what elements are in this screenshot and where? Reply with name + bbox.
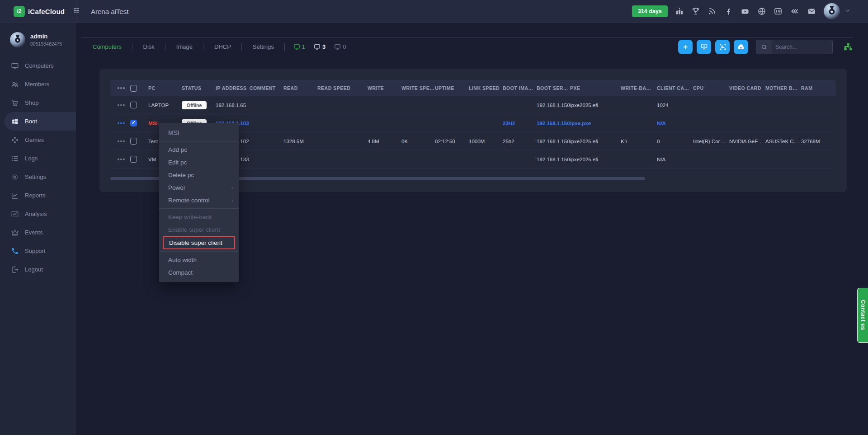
contact-us-button[interactable]: Contact us [857, 288, 868, 343]
col-ram[interactable]: RAM [801, 85, 836, 91]
youtube-icon[interactable] [740, 7, 750, 16]
col-write[interactable]: WRITE [368, 85, 401, 91]
col-motherboard[interactable]: MOTHER B… [765, 85, 801, 91]
pc-name[interactable]: LAPTOP [148, 103, 182, 108]
client-cache: N/A [657, 157, 693, 162]
row-checkbox[interactable] [130, 138, 137, 145]
menu-item-power[interactable]: Power› [159, 181, 239, 194]
license-days-badge: 314 days [632, 5, 668, 17]
hamburger-menu-icon[interactable] [72, 6, 80, 16]
sidebar-item-label: Reports [25, 192, 46, 199]
col-read[interactable]: READ [283, 85, 317, 91]
sidebar-item-logs[interactable]: Logs [0, 149, 76, 168]
col-pc[interactable]: PC [148, 85, 182, 91]
row-checkbox[interactable] [130, 102, 137, 108]
capture-image-button[interactable] [715, 40, 730, 54]
mail-icon[interactable] [807, 7, 816, 16]
sidebar-item-events[interactable]: Events [0, 223, 76, 242]
sitemap-icon[interactable] [843, 42, 853, 52]
link-speed: 1000M [469, 139, 503, 144]
chevron-down-icon[interactable] [844, 7, 851, 15]
pxe: ipxe.pxe [570, 121, 621, 126]
menu-item-auto-width[interactable]: Auto width [159, 253, 239, 266]
tab-computers[interactable]: Computers [82, 38, 132, 56]
members-icon [11, 80, 19, 89]
logout-icon [11, 266, 19, 274]
col-write-speed[interactable]: WRITE SPE… [401, 85, 435, 91]
col-write-back[interactable]: WRITE-BA… [621, 85, 657, 91]
tab-disk[interactable]: Disk [132, 38, 165, 56]
row-checkbox[interactable] [130, 156, 137, 163]
trophy-icon[interactable] [691, 7, 700, 16]
tab-dhcp[interactable]: DHCP [203, 38, 242, 56]
sidebar-item-reports[interactable]: Reports [0, 186, 76, 205]
sidebar-user[interactable]: admin 005193482475 [0, 23, 76, 54]
tab-image[interactable]: Image [165, 38, 203, 56]
plus-icon [682, 43, 689, 51]
row-menu-icon[interactable] [110, 159, 130, 160]
write-speed: 0K [401, 139, 435, 144]
ram: 32768M [801, 139, 836, 144]
pc-count-total[interactable]: 3 [313, 43, 326, 50]
col-link-speed[interactable]: LINK SPEED [469, 85, 503, 91]
menu-item-add-pc[interactable]: Add pc [159, 143, 239, 156]
icafecloud-mini-icon[interactable] [774, 7, 783, 16]
pc-count-other[interactable]: 0 [334, 43, 346, 50]
globe-icon[interactable] [757, 7, 766, 16]
col-client-cache[interactable]: CLIENT CA… [657, 85, 693, 91]
col-status[interactable]: STATUS [182, 85, 216, 91]
sidebar-item-logout[interactable]: Logout [0, 260, 76, 279]
menu-item-disable-super-client[interactable]: Disable super client [163, 236, 235, 249]
sidebar-item-games[interactable]: Games [0, 131, 76, 149]
write: 4.8M [368, 139, 401, 144]
layers-icon[interactable] [790, 7, 800, 16]
pc-count-online[interactable]: 1 [293, 43, 305, 50]
pxe: ipxe2025.efi [570, 103, 621, 108]
ranking-icon[interactable] [675, 7, 684, 16]
sidebar-item-settings[interactable]: Settings [0, 168, 76, 186]
col-cpu[interactable]: CPU [693, 85, 729, 91]
deploy-pc-button[interactable] [697, 40, 711, 54]
sidebar-item-label: Shop [25, 99, 38, 106]
user-avatar[interactable] [824, 3, 840, 19]
facebook-icon[interactable] [724, 7, 733, 16]
col-uptime[interactable]: UPTIME [435, 85, 469, 91]
row-menu-icon[interactable] [110, 104, 130, 106]
row-menu-icon[interactable] [110, 140, 130, 142]
client-cache: 1024 [657, 103, 693, 108]
menu-divider [159, 208, 239, 209]
select-all-checkbox[interactable] [130, 85, 137, 92]
menu-item-remote-control[interactable]: Remote control› [159, 194, 239, 206]
tab-settings[interactable]: Settings [242, 38, 285, 56]
sidebar-item-analysis[interactable]: Analysis [0, 205, 76, 223]
rss-icon[interactable] [708, 7, 717, 16]
sidebar-item-computers[interactable]: Computers [0, 56, 76, 75]
col-ip-address[interactable]: IP ADDRESS [216, 85, 250, 91]
col-boot-image[interactable]: BOOT IMA… [503, 85, 537, 91]
sidebar-item-support[interactable]: Support [0, 242, 76, 260]
sidebar-item-label: Events [25, 229, 43, 236]
add-pc-button[interactable] [678, 40, 693, 54]
col-comment[interactable]: COMMENT [250, 85, 283, 91]
cloud-upload-button[interactable] [734, 40, 748, 54]
chart-analysis-icon [11, 210, 19, 218]
monitor-total-icon [313, 43, 321, 50]
menu-item-edit-pc[interactable]: Edit pc [159, 156, 239, 168]
search-input[interactable] [772, 44, 833, 50]
row-checkbox-checked[interactable] [130, 120, 137, 126]
col-boot-server[interactable]: BOOT SER… [537, 85, 570, 91]
read: 1328.5M [283, 139, 317, 144]
sidebar-item-members[interactable]: Members [0, 75, 76, 94]
menu-item-compact[interactable]: Compact [159, 266, 239, 279]
header-row-menu-icon[interactable] [110, 87, 130, 89]
col-video-card[interactable]: VIDEO CARD [729, 85, 765, 91]
sidebar-item-shop[interactable]: Shop [0, 94, 76, 112]
boot-server: 192.168.1.150 [537, 103, 570, 108]
col-read-speed[interactable]: READ SPEED [317, 85, 368, 91]
gamepad-icon [11, 136, 19, 144]
col-pxe[interactable]: PXE [570, 85, 621, 91]
row-menu-icon[interactable] [110, 122, 130, 124]
menu-item-delete-pc[interactable]: Delete pc [159, 168, 239, 181]
sidebar-item-boot[interactable]: Boot [5, 112, 76, 131]
sidebar-item-label: Analysis [25, 210, 47, 217]
